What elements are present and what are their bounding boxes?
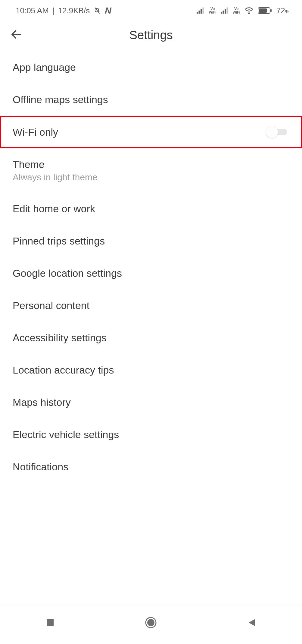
setting-accessibility[interactable]: Accessibility settings <box>0 322 302 354</box>
svg-rect-8 <box>226 8 228 14</box>
setting-label: Edit home or work <box>13 203 95 215</box>
circle-icon <box>145 617 157 630</box>
setting-label: Maps history <box>13 396 71 408</box>
nav-home-button[interactable] <box>133 611 169 635</box>
svg-rect-2 <box>199 11 200 14</box>
svg-rect-5 <box>221 12 222 14</box>
setting-label: Pinned trips settings <box>13 235 105 247</box>
setting-location-accuracy[interactable]: Location accuracy tips <box>0 354 302 386</box>
svg-rect-1 <box>197 12 198 14</box>
status-right: Vo WiFi Vo WiFi <box>197 6 289 15</box>
setting-app-language[interactable]: App language <box>0 51 302 84</box>
svg-rect-12 <box>259 8 267 13</box>
svg-point-9 <box>248 13 250 14</box>
setting-pinned-trips[interactable]: Pinned trips settings <box>0 225 302 257</box>
setting-label: Notifications <box>13 461 68 473</box>
svg-marker-17 <box>249 619 255 626</box>
battery-icon <box>258 7 272 14</box>
nav-back-button[interactable] <box>234 611 270 635</box>
battery-percentage: 72% <box>276 6 289 15</box>
setting-label: Offline maps settings <box>13 94 108 106</box>
svg-rect-14 <box>47 619 54 626</box>
svg-rect-3 <box>201 9 202 14</box>
setting-wifi-only[interactable]: Wi-Fi only <box>0 116 302 148</box>
setting-theme[interactable]: Theme Always in light theme <box>0 148 302 193</box>
n-icon: N <box>105 5 111 16</box>
setting-notifications[interactable]: Notifications <box>0 451 302 483</box>
setting-label: Theme <box>13 159 98 170</box>
setting-label: Personal content <box>13 300 89 311</box>
status-data-rate: 12.9KB/s <box>58 6 90 15</box>
back-button[interactable] <box>0 19 33 51</box>
settings-list: App language Offline maps settings Wi-Fi… <box>0 51 302 483</box>
setting-label: Accessibility settings <box>13 332 107 344</box>
wifi-icon <box>244 7 254 14</box>
setting-ev-settings[interactable]: Electric vehicle settings <box>0 418 302 451</box>
square-icon <box>46 618 55 628</box>
status-time: 10:05 AM <box>16 6 49 15</box>
setting-edit-home-work[interactable]: Edit home or work <box>0 193 302 225</box>
triangle-left-icon <box>247 618 256 628</box>
setting-offline-maps[interactable]: Offline maps settings <box>0 84 302 116</box>
system-nav-bar <box>0 605 302 644</box>
setting-maps-history[interactable]: Maps history <box>0 386 302 418</box>
svg-rect-4 <box>203 8 204 14</box>
switch-thumb <box>266 126 278 138</box>
status-separator: | <box>52 6 54 15</box>
arrow-left-icon <box>10 28 23 42</box>
setting-personal-content[interactable]: Personal content <box>0 289 302 322</box>
signal-icon-2 <box>221 7 229 14</box>
signal-icon-1 <box>197 7 204 14</box>
setting-label: Google location settings <box>13 267 122 279</box>
svg-rect-6 <box>223 11 224 14</box>
svg-rect-7 <box>225 9 226 14</box>
status-bar: 10:05 AM | 12.9KB/s N Vo WiFi <box>0 0 302 19</box>
nav-recent-button[interactable] <box>32 611 68 635</box>
status-left: 10:05 AM | 12.9KB/s N <box>16 5 111 16</box>
setting-label: Wi-Fi only <box>13 126 58 138</box>
vowifi-icon-1: Vo WiFi <box>209 7 216 14</box>
mute-icon <box>93 7 101 14</box>
setting-google-location[interactable]: Google location settings <box>0 257 302 289</box>
svg-point-16 <box>147 619 154 626</box>
setting-label: App language <box>13 62 76 73</box>
app-header: Settings <box>0 19 302 51</box>
setting-label: Location accuracy tips <box>13 364 114 376</box>
svg-rect-11 <box>270 9 272 12</box>
vowifi-icon-2: Vo WiFi <box>233 7 240 14</box>
page-title: Settings <box>0 28 302 42</box>
wifi-only-toggle[interactable] <box>266 126 289 138</box>
setting-label: Electric vehicle settings <box>13 429 119 440</box>
setting-sublabel: Always in light theme <box>13 172 98 182</box>
